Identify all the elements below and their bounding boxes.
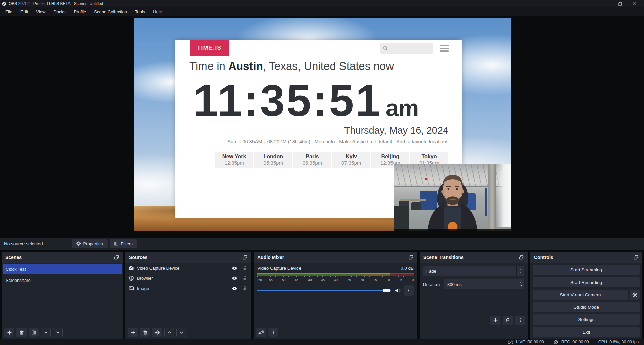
chevron-down-icon (519, 284, 523, 287)
menu-file[interactable]: File (1, 8, 16, 16)
filter-icon (114, 241, 119, 246)
mixer-channel-name: Video Capture Device (257, 266, 301, 271)
move-source-down-button[interactable] (176, 328, 186, 337)
source-properties-button[interactable] (152, 328, 162, 337)
menu-help[interactable]: Help (149, 8, 166, 16)
menu-view[interactable]: View (32, 8, 49, 16)
popout-icon[interactable] (242, 255, 248, 260)
scene-item-clock-test[interactable]: Clock Test (3, 264, 122, 274)
visibility-eye-icon[interactable] (232, 275, 237, 281)
menu-profile[interactable]: Profile (70, 8, 90, 16)
city-newyork: New York12:35pm (215, 152, 253, 168)
move-scene-up-button[interactable] (41, 328, 51, 337)
preview-canvas[interactable]: TIME.IS Time in Austin, Texas, United St… (134, 18, 511, 231)
add-source-button[interactable] (128, 328, 138, 337)
popout-icon[interactable] (408, 255, 414, 260)
gear-icon (76, 241, 81, 246)
exit-button[interactable]: Exit (533, 327, 640, 337)
close-button[interactable] (627, 0, 641, 7)
add-transition-button[interactable] (490, 316, 500, 325)
city-paris: Paris06:35pm (293, 152, 331, 168)
workspace: TIME.IS Time in Austin, Texas, United St… (0, 16, 644, 339)
timeis-sun-info: Sun: ↑ 06:35AM ↓ 08:20PM (13h 46m) - Mor… (227, 139, 448, 144)
add-scene-button[interactable] (4, 328, 14, 337)
scene-item-screenshare[interactable]: Screenshare (3, 275, 122, 285)
webcam-person (414, 169, 491, 231)
lock-icon[interactable] (242, 286, 247, 291)
obs-window: OBS 29.1.2 - Profile: LLHLS BETA - Scene… (0, 0, 644, 345)
move-source-up-button[interactable] (164, 328, 174, 337)
chevron-down-icon (55, 330, 60, 335)
start-streaming-button[interactable]: Start Streaming (533, 265, 640, 275)
remove-source-button[interactable] (140, 328, 150, 337)
rec-inactive-icon (553, 340, 558, 345)
gears-icon (258, 330, 265, 335)
restore-button[interactable] (613, 0, 627, 7)
transition-select-arrows[interactable] (516, 266, 524, 276)
status-bar: LIVE: 00:00:00 REC: 00:00:00 CPU: 0.6%, … (0, 339, 644, 345)
timeis-date: Thursday, May 16, 2024 (344, 125, 448, 136)
duration-spinner-arrows[interactable] (517, 281, 524, 287)
lock-icon[interactable] (242, 276, 247, 281)
visibility-eye-icon[interactable] (232, 286, 237, 291)
webcam-chair (394, 206, 409, 231)
studio-mode-button[interactable]: Studio Mode (533, 302, 640, 312)
cpu-fps-stats: CPU: 0.6%, 30.00 fps (598, 340, 639, 344)
popout-icon[interactable] (519, 255, 524, 260)
volume-slider-handle[interactable] (383, 289, 390, 292)
plus-icon (493, 318, 498, 323)
controls-panel-header: Controls (530, 252, 642, 263)
rec-timer: REC: 00:00:00 (561, 340, 589, 344)
mixer-options-button[interactable] (404, 285, 414, 296)
move-scene-down-button[interactable] (53, 328, 63, 337)
trash-icon (143, 330, 148, 335)
menu-edit[interactable]: Edit (16, 8, 32, 16)
popout-icon[interactable] (633, 255, 639, 260)
speaker-icon[interactable] (394, 287, 401, 294)
chevron-up-icon (43, 330, 48, 335)
gear-icon (632, 292, 637, 297)
audio-mixer-header: Audio Mixer (254, 252, 417, 263)
transition-menu-button[interactable] (515, 316, 525, 325)
live-inactive-icon (508, 340, 513, 345)
gear-icon (155, 330, 160, 335)
no-source-selected-label: No source selected (4, 241, 43, 246)
virtual-camera-config-button[interactable] (630, 290, 640, 300)
advanced-audio-button[interactable] (256, 328, 266, 337)
settings-button[interactable]: Settings (533, 314, 640, 325)
make-default-link: Make Austin time default (339, 139, 392, 145)
start-recording-button[interactable]: Start Recording (533, 277, 640, 287)
search-icon (383, 45, 388, 51)
scenes-panel-header: Scenes (2, 252, 123, 263)
live-timer: LIVE: 00:00:00 (516, 340, 544, 344)
filters-button[interactable]: Filters (110, 239, 137, 248)
start-virtual-camera-button[interactable]: Start Virtual Camera (533, 290, 628, 300)
transition-select[interactable]: Fade (423, 266, 524, 276)
source-row-image[interactable]: Image (125, 283, 251, 293)
menu-scene-collection[interactable]: Scene Collection (90, 8, 131, 16)
scene-filters-button[interactable] (29, 328, 39, 337)
source-toolbar: No source selected Properties Filters (0, 238, 644, 250)
menu-docks[interactable]: Docks (49, 8, 70, 16)
webcam-overlay (394, 164, 511, 231)
chevron-down-icon (179, 330, 184, 335)
source-row-browser[interactable]: Browser (125, 273, 251, 283)
audio-mixer-panel: Audio Mixer Video Capture Device 0.0 dB … (254, 252, 417, 339)
properties-button[interactable]: Properties (72, 239, 108, 248)
popout-icon[interactable] (114, 255, 119, 260)
lock-icon[interactable] (242, 266, 247, 271)
obs-logo-icon (2, 2, 6, 6)
menu-tools[interactable]: Tools (131, 8, 149, 16)
window-title: OBS 29.1.2 - Profile: LLHLS BETA - Scene… (9, 1, 103, 6)
mixer-menu-button[interactable] (268, 328, 278, 337)
timeis-logo: TIME.IS (190, 40, 229, 56)
remove-transition-button[interactable] (503, 316, 513, 325)
minimize-button[interactable] (599, 0, 613, 7)
hamburger-menu-icon (440, 45, 449, 53)
duration-spinbox[interactable]: 300 ms (444, 279, 524, 289)
volume-slider[interactable] (257, 290, 391, 291)
source-row-video-capture[interactable]: Video Capture Device (125, 263, 251, 273)
remove-scene-button[interactable] (16, 328, 27, 337)
visibility-eye-icon[interactable] (232, 265, 237, 271)
duration-label: Duration (423, 282, 444, 287)
